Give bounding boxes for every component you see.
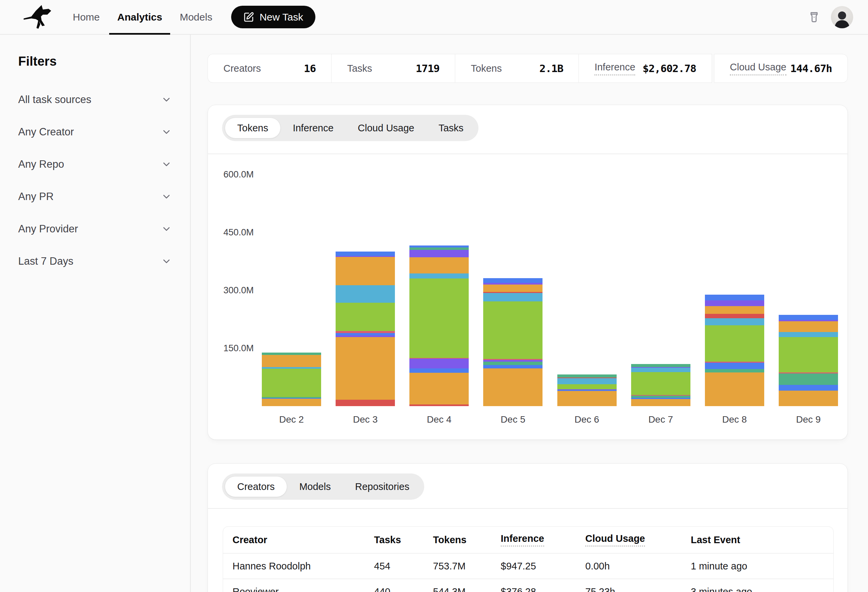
stat-label: Inference	[594, 62, 635, 75]
bar-segment-lime	[557, 384, 617, 389]
table-row[interactable]: Rooviewer440544.3M$376.2875.23h3 minutes…	[223, 579, 833, 592]
filter-dropdown-any-repo[interactable]: Any Repo	[18, 154, 172, 174]
bar-segment-lightblue	[705, 318, 764, 325]
bar-segment-orange	[336, 337, 395, 400]
divider	[208, 508, 847, 509]
bar-segment-orange	[409, 257, 469, 274]
chart-metric-tabs: TokensInferenceCloud UsageTasks	[222, 115, 478, 141]
nav-item-analytics[interactable]: Analytics	[117, 0, 162, 34]
kangaroo-logo-icon[interactable]	[22, 4, 54, 30]
chart-tab-cloud-usage[interactable]: Cloud Usage	[346, 118, 427, 138]
nav-item-models[interactable]: Models	[180, 0, 212, 34]
bar-segment-orange	[483, 368, 542, 406]
breakdown-tab-creators[interactable]: Creators	[225, 476, 287, 497]
top-nav: Home Analytics Models New Task	[0, 0, 868, 35]
chevron-down-icon	[161, 94, 172, 105]
chevron-down-icon	[161, 191, 172, 202]
chevron-down-icon	[161, 224, 172, 234]
chart-tab-tokens[interactable]: Tokens	[225, 118, 281, 138]
bar-segment-blue	[779, 385, 838, 391]
stat-value: 2.1B	[539, 62, 563, 74]
bar-segment-lime	[779, 337, 838, 373]
x-axis-label: Dec 6	[557, 414, 617, 425]
chevron-down-icon	[161, 127, 172, 137]
flashlight-icon[interactable]	[808, 10, 820, 24]
stats-bar: Creators16Tasks1719Tokens2.1BInference$2…	[208, 54, 848, 83]
column-header-cloud-usage[interactable]: Cloud Usage	[585, 533, 691, 546]
bar-segment-purple	[705, 300, 764, 306]
bar-segment-lightblue	[409, 274, 469, 278]
bar-segment-teal	[483, 362, 542, 365]
primary-nav: Home Analytics Models	[73, 0, 212, 34]
filter-dropdown-last-7-days[interactable]: Last 7 Days	[18, 251, 172, 271]
filter-dropdown-any-creator[interactable]: Any Creator	[18, 122, 172, 142]
bar-segment-orange	[705, 373, 764, 406]
chart-tab-inference[interactable]: Inference	[281, 118, 346, 138]
bar-segment-orange	[557, 391, 617, 406]
breakdown-tab-models[interactable]: Models	[287, 476, 343, 497]
bar-segment-orange	[336, 257, 395, 285]
bar-segment-teal	[262, 353, 321, 355]
chevron-down-icon	[161, 159, 172, 170]
filters-sidebar: Filters All task sourcesAny CreatorAny R…	[0, 35, 191, 592]
column-header-inference[interactable]: Inference	[501, 533, 585, 546]
stat-label: Cloud Usage	[730, 62, 787, 75]
table-cell: 544.3M	[433, 586, 501, 592]
filter-dropdown-any-provider[interactable]: Any Provider	[18, 219, 172, 239]
table-row[interactable]: Hannes Roodolph454753.7M$947.250.00h1 mi…	[223, 554, 833, 579]
x-axis-label: Dec 8	[705, 414, 764, 425]
table-cell: 454	[374, 561, 433, 572]
stacked-bar-dec-4[interactable]: Dec 4	[409, 246, 469, 406]
filter-label: Last 7 Days	[18, 255, 74, 267]
stat-label: Tokens	[471, 63, 502, 74]
table-cell: 440	[374, 586, 433, 592]
x-axis-label: Dec 3	[336, 414, 395, 425]
x-axis-label: Dec 4	[409, 414, 469, 425]
stat-tasks: Tasks1719	[331, 54, 455, 83]
stat-value: 144.67h	[790, 62, 832, 74]
bar-segment-orange	[262, 355, 321, 367]
y-tick-label: 150.0M	[223, 343, 254, 353]
column-header-creator: Creator	[223, 535, 374, 546]
bar-segment-teal	[779, 373, 838, 385]
stat-cloud-usage[interactable]: Cloud Usage144.67h	[714, 54, 848, 83]
stacked-bar-dec-6[interactable]: Dec 6	[557, 374, 617, 406]
chart-tab-tasks[interactable]: Tasks	[426, 118, 475, 138]
bar-segment-blue	[483, 278, 542, 283]
bar-segment-orange	[705, 306, 764, 314]
breakdown-tab-repositories[interactable]: Repositories	[343, 476, 422, 497]
filter-label: Any Creator	[18, 126, 74, 138]
stat-inference[interactable]: Inference$2,602.78	[579, 54, 712, 83]
stacked-bar-dec-2[interactable]: Dec 2	[262, 353, 321, 406]
bar-segment-blue	[705, 295, 764, 300]
usage-chart-card: TokensInferenceCloud UsageTasks 150.0M30…	[208, 105, 848, 440]
stacked-bar-dec-8[interactable]: Dec 8	[705, 295, 764, 406]
stat-tokens: Tokens2.1B	[455, 54, 579, 83]
stacked-bar-dec-3[interactable]: Dec 3	[336, 252, 395, 406]
user-avatar[interactable]	[831, 6, 853, 28]
bar-segment-orange	[409, 373, 469, 404]
table-cell: $376.28	[501, 586, 585, 592]
bar-segment-lime	[705, 325, 764, 362]
bar-segment-purple	[409, 250, 469, 257]
bar-segment-lime	[336, 303, 395, 331]
bar-segment-purple	[409, 359, 469, 368]
breakdown-table-card: CreatorsModelsRepositories CreatorTasksT…	[208, 463, 848, 592]
bar-segment-lime	[262, 369, 321, 397]
table-cell: Hannes Roodolph	[223, 561, 374, 572]
stacked-bar-dec-7[interactable]: Dec 7	[631, 364, 691, 406]
table-cell: 1 minute ago	[691, 561, 833, 572]
filter-dropdown-all-task-sources[interactable]: All task sources	[18, 90, 172, 110]
table-cell: 0.00h	[585, 561, 691, 572]
filter-dropdown-any-pr[interactable]: Any PR	[18, 187, 172, 207]
new-task-button[interactable]: New Task	[231, 6, 315, 28]
stacked-bar-dec-9[interactable]: Dec 9	[779, 315, 838, 406]
bar-segment-teal	[409, 247, 469, 250]
nav-item-home[interactable]: Home	[73, 0, 100, 34]
bar-segment-red	[336, 400, 395, 406]
stacked-bar-dec-5[interactable]: Dec 5	[483, 278, 542, 406]
bar-segment-orange	[779, 321, 838, 332]
table-cell: Rooviewer	[223, 586, 374, 592]
y-tick-label: 450.0M	[223, 227, 254, 237]
filter-label: All task sources	[18, 94, 91, 106]
